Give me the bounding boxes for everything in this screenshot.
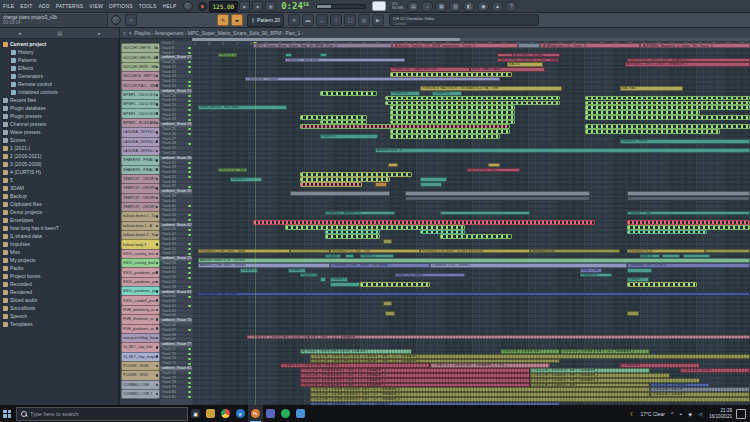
zoom-tool-icon[interactable]: ◎ [358, 14, 370, 26]
arrangement-marker[interactable]: MPC_Super_Mario_Snare_Solo_90_BPM - Part… [253, 43, 392, 48]
picker-mute-led[interactable] [156, 178, 159, 181]
picker-clip-button[interactable]: FIVE_illuminate_ac [121, 314, 160, 324]
playlist-detach-icon[interactable]: ▾ [129, 30, 132, 36]
clip[interactable]: Keys 170+ Snare [395, 273, 465, 278]
browser-item-history[interactable]: History [0, 48, 119, 56]
browser-item-remote-control[interactable]: Remote control [0, 80, 119, 88]
playlist-toggle-icon[interactable]: ▤ [407, 1, 419, 12]
taskbar-icon-discord[interactable] [263, 405, 278, 422]
menu-patterns[interactable]: PATTERNS [53, 3, 87, 9]
picker-mute-led[interactable] [156, 365, 159, 368]
clip[interactable] [290, 191, 390, 196]
picker-mute-led[interactable] [156, 225, 159, 228]
clip[interactable]: # GUCCHI - ILUMBUS - WET - SMMASH_3 [530, 378, 700, 383]
clip[interactable] [627, 196, 750, 201]
clip[interactable] [627, 230, 707, 235]
clip[interactable]: PERCS 34 - Mar loops [218, 168, 247, 173]
menu-view[interactable]: VIEW [86, 3, 106, 9]
picker-mute-led[interactable] [156, 168, 159, 171]
weather-text[interactable]: 17°C Clear [640, 411, 665, 417]
clip[interactable] [300, 182, 362, 187]
taskbar-icon-chrome[interactable] [218, 405, 233, 422]
menu-add[interactable]: ADD [36, 3, 53, 9]
browser-item-initialized-controls[interactable]: Initialized controls [0, 88, 119, 96]
browser-item-folder-2[interactable]: 2 (2009-2021) [0, 152, 119, 160]
help-icon[interactable]: ? [505, 1, 517, 12]
picker-mute-led[interactable] [156, 290, 159, 293]
browser-item-wave-presets[interactable]: Wave presets [0, 128, 119, 136]
master-pitch-knob[interactable] [111, 15, 121, 25]
clip[interactable] [390, 134, 500, 139]
clip[interactable] [497, 53, 513, 58]
browser-item-folder-5[interactable]: 5 [0, 176, 119, 184]
clip[interactable]: Pattern 9 - Var [627, 211, 750, 216]
picker-mute-led[interactable] [156, 159, 159, 162]
browser-item-rendered[interactable]: Rendered [0, 288, 119, 296]
clip[interactable]: Pattern 3 [230, 177, 262, 182]
browser-item-folder-3[interactable]: 3 (2005-2009) [0, 160, 119, 168]
clip[interactable]: Pattern 77 [288, 268, 306, 273]
browser-item-soundfonts[interactable]: Soundfonts [0, 304, 119, 312]
clip[interactable] [388, 163, 398, 168]
tempo-tap-icon[interactable]: ◉ [477, 1, 489, 12]
clip[interactable]: PERCS 34 - Mar [218, 53, 237, 58]
browser-item-plugin-presets[interactable]: Plugin presets [0, 112, 119, 120]
picker-mute-led[interactable] [156, 84, 159, 87]
picker-mute-led[interactable] [156, 215, 159, 218]
picker-mute-led[interactable] [156, 243, 159, 246]
clip[interactable]: # GUCCHI - 88 BB ADMG 5 - WET - 127 - SM… [300, 378, 530, 383]
clip[interactable] [627, 282, 697, 287]
clip[interactable] [383, 301, 392, 306]
browser-item-demo-projects[interactable]: Demo projects [0, 208, 119, 216]
start-button[interactable] [0, 405, 14, 422]
browser-item-how-long[interactable]: how long has it been? [0, 224, 119, 232]
menu-options[interactable]: OPTIONS [106, 3, 136, 9]
picker-mute-led[interactable] [156, 327, 159, 330]
browser-item-folder-4[interactable]: 4 (CURTIS H) [0, 168, 119, 176]
clip[interactable] [320, 53, 327, 58]
mixer-toggle-icon[interactable]: ▥ [449, 1, 461, 12]
play-button[interactable]: ▶ [239, 1, 250, 11]
clip[interactable] [440, 211, 530, 216]
picker-mute-led[interactable] [156, 131, 159, 134]
clip[interactable] [385, 311, 395, 316]
channel-rack-toggle-icon[interactable]: ▦ [435, 1, 447, 12]
picker-mute-led[interactable] [156, 197, 159, 200]
picker-mute-led[interactable] [156, 253, 159, 256]
taskbar-icon-task-view[interactable]: ▣ [188, 405, 203, 422]
taskbar-icon-file-explorer[interactable] [203, 405, 218, 422]
clip[interactable]: A-PSMS1_SOLAR [513, 53, 560, 58]
clip[interactable]: Grand Keyz - Rev Snare [198, 292, 750, 297]
browser-item-folder-1[interactable]: 1 (2021-) [0, 144, 119, 152]
clip[interactable]: # GUCCHI - DIVINE DRUMS D - WET - 127 - … [310, 397, 750, 402]
pattern-up-down-icon[interactable]: ▲▼ [251, 17, 255, 23]
pattern-selector[interactable]: ▲▼ Pattern 20 [247, 14, 284, 27]
clip[interactable]: Flashback Trks Stacc - la grey Swing BB [420, 249, 530, 254]
clip[interactable]: Pattern 31 [580, 273, 612, 278]
clip[interactable] [420, 182, 442, 187]
menu-edit[interactable]: EDIT [17, 3, 35, 9]
picker-clip-button[interactable]: COWBELL LIVE 2 [121, 389, 160, 399]
arrangement-marker[interactable]: A-PSMS1_Bounce1_C_major_90 - Track_5 [640, 43, 750, 48]
clip[interactable]: KAL PAD [620, 86, 683, 91]
record-button[interactable] [198, 2, 207, 11]
arrangement-marker[interactable] [518, 43, 540, 48]
clip[interactable] [300, 115, 367, 120]
picker-mute-led[interactable] [156, 281, 159, 284]
picker-mute-led[interactable] [156, 374, 159, 377]
picker-mute-led[interactable] [156, 206, 159, 209]
clip[interactable]: Pattern 2 - Main beat [285, 58, 405, 63]
picker-mute-led[interactable] [156, 337, 159, 340]
picker-mute-led[interactable] [156, 234, 159, 237]
clip[interactable] [627, 268, 652, 273]
picker-mute-led[interactable] [156, 384, 159, 387]
tray-icon-0[interactable]: ◓ [679, 411, 682, 417]
taskbar-search[interactable]: Type here to search [16, 407, 188, 421]
picker-mute-led[interactable] [156, 393, 159, 396]
picker-mute-led[interactable] [156, 47, 159, 50]
arrangement-marker[interactable]: A-Whole Dev C1 - Track_3 [540, 43, 640, 48]
clip[interactable]: Flashback la B2 [627, 249, 705, 254]
clip[interactable]: Flashback TD - BB - Trks [330, 249, 420, 254]
browser-item-scores[interactable]: Scores [0, 136, 119, 144]
menu-help[interactable]: HELP [160, 3, 180, 9]
